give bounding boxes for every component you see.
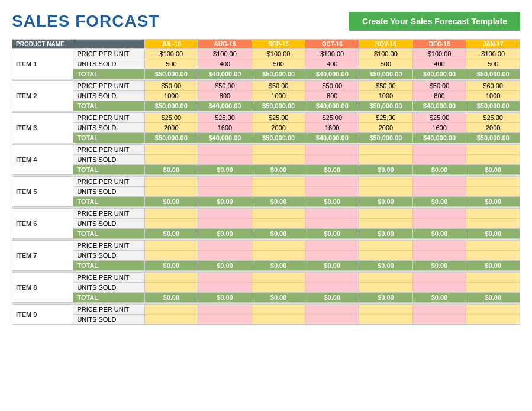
units-value: 500 <box>466 59 520 69</box>
table-row: UNITS SOLD500400500400500400500 <box>12 59 520 69</box>
header-product: PRODUCT NAME <box>12 40 73 49</box>
units-label: UNITS SOLD <box>73 91 144 101</box>
price-value: $50.00 <box>198 81 252 91</box>
units-value <box>359 283 413 293</box>
price-value <box>466 305 520 315</box>
header-jan: Jan-17 <box>466 40 520 49</box>
total-value: $0.00 <box>466 261 520 271</box>
units-value: 500 <box>359 59 413 69</box>
price-label: PRICE PER UNIT <box>73 113 144 123</box>
units-value <box>359 187 413 197</box>
units-value: 800 <box>412 91 466 101</box>
total-value: $0.00 <box>412 261 466 271</box>
units-value <box>412 283 466 293</box>
units-value <box>412 187 466 197</box>
price-value <box>144 305 198 315</box>
units-value: 1000 <box>252 91 305 101</box>
units-value: 2000 <box>466 123 520 133</box>
total-value: $0.00 <box>412 229 466 239</box>
price-value: $50.00 <box>359 81 413 91</box>
total-value: $0.00 <box>305 229 359 239</box>
total-value: $0.00 <box>466 229 520 239</box>
item-name: ITEM 8 <box>12 273 73 303</box>
units-value: 400 <box>412 59 466 69</box>
total-value: $0.00 <box>198 197 252 207</box>
units-value <box>198 315 252 325</box>
units-value <box>412 219 466 229</box>
price-value <box>466 145 520 155</box>
price-value: $100.00 <box>198 49 252 59</box>
total-value: $0.00 <box>359 261 413 271</box>
table-row: TOTAL$0.00$0.00$0.00$0.00$0.00$0.00$0.00 <box>12 229 520 239</box>
total-value: $50,000.00 <box>359 69 413 79</box>
header-sep: Sep-16 <box>252 40 305 49</box>
price-value <box>252 305 305 315</box>
total-value: $50,000.00 <box>252 101 305 111</box>
total-value: $40,000.00 <box>305 69 359 79</box>
units-value <box>466 155 520 165</box>
total-value: $50,000.00 <box>466 101 520 111</box>
table-row: ITEM 5PRICE PER UNIT <box>12 177 520 187</box>
table-row: TOTAL$0.00$0.00$0.00$0.00$0.00$0.00$0.00 <box>12 165 520 175</box>
table-row: ITEM 9PRICE PER UNIT <box>12 305 520 315</box>
price-value: $60.00 <box>466 81 520 91</box>
units-label: UNITS SOLD <box>73 283 144 293</box>
units-value <box>359 251 413 261</box>
table-row: UNITS SOLD <box>12 251 520 261</box>
units-value: 2000 <box>252 123 305 133</box>
total-value: $0.00 <box>198 165 252 175</box>
units-value <box>305 155 359 165</box>
units-value: 400 <box>198 59 252 69</box>
price-value <box>198 241 252 251</box>
price-value: $25.00 <box>412 113 466 123</box>
total-value: $0.00 <box>252 293 305 303</box>
header-label <box>73 40 144 49</box>
price-value: $100.00 <box>305 49 359 59</box>
table-row: UNITS SOLD <box>12 187 520 197</box>
total-value: $0.00 <box>144 229 198 239</box>
header-aug: Aug-16 <box>198 40 252 49</box>
units-value <box>198 283 252 293</box>
units-value <box>144 251 198 261</box>
units-label: UNITS SOLD <box>73 187 144 197</box>
price-value <box>305 209 359 219</box>
units-label: UNITS SOLD <box>73 155 144 165</box>
total-value: $50,000.00 <box>144 101 198 111</box>
units-value <box>305 187 359 197</box>
total-value: $50,000.00 <box>252 133 305 143</box>
table-row: ITEM 1PRICE PER UNIT$100.00$100.00$100.0… <box>12 49 520 59</box>
price-value <box>305 145 359 155</box>
units-value <box>198 187 252 197</box>
units-value <box>466 187 520 197</box>
units-value <box>198 251 252 261</box>
price-value <box>305 241 359 251</box>
price-value: $50.00 <box>144 81 198 91</box>
price-value <box>252 145 305 155</box>
price-value <box>198 305 252 315</box>
price-value <box>198 273 252 283</box>
total-value: $0.00 <box>305 165 359 175</box>
header-dec: Dec-16 <box>412 40 466 49</box>
price-value <box>412 305 466 315</box>
item-name: ITEM 7 <box>12 241 73 271</box>
sales-forecast-table: PRODUCT NAME Jul-16 Aug-16 Sep-16 Oct-16… <box>12 39 520 325</box>
total-value: $50,000.00 <box>252 69 305 79</box>
units-value <box>144 283 198 293</box>
price-value: $100.00 <box>412 49 466 59</box>
price-value: $25.00 <box>144 113 198 123</box>
price-value <box>144 273 198 283</box>
total-value: $0.00 <box>305 261 359 271</box>
item-name: ITEM 4 <box>12 145 73 175</box>
price-value <box>305 305 359 315</box>
price-value <box>466 241 520 251</box>
price-value <box>412 241 466 251</box>
price-value <box>412 209 466 219</box>
total-value: $50,000.00 <box>359 133 413 143</box>
total-value: $0.00 <box>359 229 413 239</box>
units-value <box>359 155 413 165</box>
units-value <box>466 251 520 261</box>
total-value: $0.00 <box>466 197 520 207</box>
page-title: SALES FORCAST <box>12 12 159 31</box>
units-value: 1000 <box>144 91 198 101</box>
price-value <box>252 177 305 187</box>
